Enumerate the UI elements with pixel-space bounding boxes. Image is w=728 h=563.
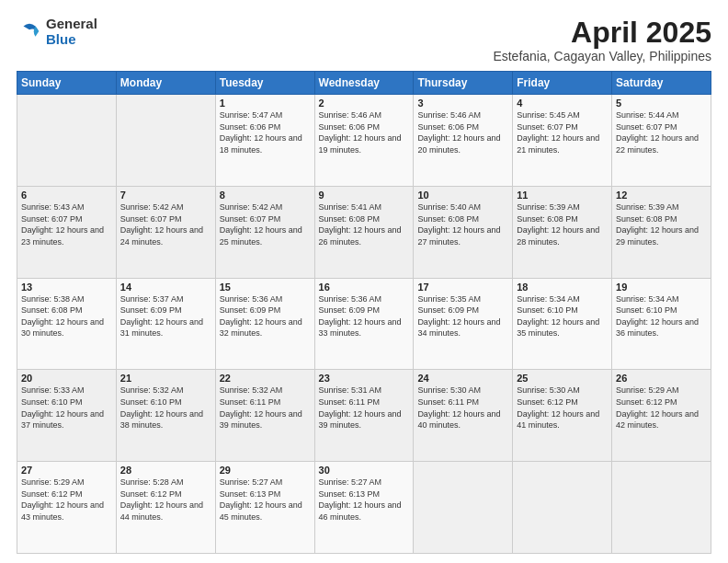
day-info: Sunrise: 5:39 AMSunset: 6:08 PMDaylight:… [616,201,707,247]
calendar-body: 1Sunrise: 5:47 AMSunset: 6:06 PMDaylight… [17,95,711,554]
calendar-cell: 26Sunrise: 5:29 AMSunset: 6:12 PMDayligh… [612,370,711,462]
day-info: Sunrise: 5:30 AMSunset: 6:11 PMDaylight:… [417,385,508,431]
calendar-cell: 17Sunrise: 5:35 AMSunset: 6:09 PMDayligh… [414,278,513,370]
header: General Blue April 2025 Estefania, Cagay… [17,17,711,63]
calendar-cell [17,95,117,187]
calendar-cell: 7Sunrise: 5:42 AMSunset: 6:07 PMDaylight… [116,186,215,278]
logo-blue-text: Blue [46,32,97,48]
day-number: 8 [220,190,311,201]
day-number: 17 [417,282,508,293]
calendar-cell [513,462,612,554]
calendar-cell: 1Sunrise: 5:47 AMSunset: 6:06 PMDaylight… [215,95,314,187]
day-info: Sunrise: 5:32 AMSunset: 6:11 PMDaylight:… [220,385,311,431]
day-number: 7 [120,190,211,201]
calendar-cell: 29Sunrise: 5:27 AMSunset: 6:13 PMDayligh… [215,462,314,554]
calendar-cell: 10Sunrise: 5:40 AMSunset: 6:08 PMDayligh… [414,186,513,278]
calendar-week-3: 13Sunrise: 5:38 AMSunset: 6:08 PMDayligh… [17,278,711,370]
day-number: 21 [120,373,211,384]
day-number: 15 [220,282,311,293]
header-sunday: Sunday [17,72,117,95]
day-info: Sunrise: 5:39 AMSunset: 6:08 PMDaylight:… [517,201,608,247]
day-info: Sunrise: 5:47 AMSunset: 6:06 PMDaylight:… [220,109,311,155]
day-info: Sunrise: 5:30 AMSunset: 6:12 PMDaylight:… [517,385,608,431]
calendar-cell: 15Sunrise: 5:36 AMSunset: 6:09 PMDayligh… [215,278,314,370]
calendar-cell: 27Sunrise: 5:29 AMSunset: 6:12 PMDayligh… [17,462,117,554]
calendar-cell: 2Sunrise: 5:46 AMSunset: 6:06 PMDaylight… [314,95,414,187]
day-info: Sunrise: 5:33 AMSunset: 6:10 PMDaylight:… [21,385,112,431]
header-thursday: Thursday [414,72,513,95]
day-number: 14 [120,282,211,293]
calendar-cell [116,95,215,187]
calendar-cell: 20Sunrise: 5:33 AMSunset: 6:10 PMDayligh… [17,370,117,462]
day-info: Sunrise: 5:36 AMSunset: 6:09 PMDaylight:… [220,293,311,339]
day-info: Sunrise: 5:34 AMSunset: 6:10 PMDaylight:… [616,293,707,339]
calendar-cell: 9Sunrise: 5:41 AMSunset: 6:08 PMDaylight… [314,186,414,278]
calendar-cell: 23Sunrise: 5:31 AMSunset: 6:11 PMDayligh… [314,370,414,462]
day-number: 13 [21,282,112,293]
calendar-cell [612,462,711,554]
day-number: 24 [417,373,508,384]
header-tuesday: Tuesday [215,72,314,95]
title-month: April 2025 [493,17,711,49]
day-number: 30 [319,465,410,476]
header-monday: Monday [116,72,215,95]
day-number: 16 [319,282,410,293]
calendar-cell: 8Sunrise: 5:42 AMSunset: 6:07 PMDaylight… [215,186,314,278]
calendar-cell: 5Sunrise: 5:44 AMSunset: 6:07 PMDaylight… [612,95,711,187]
day-info: Sunrise: 5:46 AMSunset: 6:06 PMDaylight:… [417,109,508,155]
day-info: Sunrise: 5:42 AMSunset: 6:07 PMDaylight:… [220,201,311,247]
calendar-cell: 19Sunrise: 5:34 AMSunset: 6:10 PMDayligh… [612,278,711,370]
header-friday: Friday [513,72,612,95]
day-number: 18 [517,282,608,293]
day-info: Sunrise: 5:29 AMSunset: 6:12 PMDaylight:… [616,385,707,431]
day-number: 1 [220,98,311,109]
day-info: Sunrise: 5:27 AMSunset: 6:13 PMDaylight:… [319,477,410,523]
calendar-cell: 16Sunrise: 5:36 AMSunset: 6:09 PMDayligh… [314,278,414,370]
day-number: 5 [616,98,707,109]
header-wednesday: Wednesday [314,72,414,95]
calendar-cell: 11Sunrise: 5:39 AMSunset: 6:08 PMDayligh… [513,186,612,278]
day-info: Sunrise: 5:45 AMSunset: 6:07 PMDaylight:… [517,109,608,155]
day-info: Sunrise: 5:43 AMSunset: 6:07 PMDaylight:… [21,201,112,247]
day-number: 11 [517,190,608,201]
day-info: Sunrise: 5:40 AMSunset: 6:08 PMDaylight:… [417,201,508,247]
calendar-week-5: 27Sunrise: 5:29 AMSunset: 6:12 PMDayligh… [17,462,711,554]
calendar-cell: 13Sunrise: 5:38 AMSunset: 6:08 PMDayligh… [17,278,117,370]
calendar-cell: 12Sunrise: 5:39 AMSunset: 6:08 PMDayligh… [612,186,711,278]
day-number: 20 [21,373,112,384]
day-number: 29 [220,465,311,476]
day-info: Sunrise: 5:34 AMSunset: 6:10 PMDaylight:… [517,293,608,339]
day-info: Sunrise: 5:27 AMSunset: 6:13 PMDaylight:… [220,477,311,523]
calendar-week-4: 20Sunrise: 5:33 AMSunset: 6:10 PMDayligh… [17,370,711,462]
day-info: Sunrise: 5:37 AMSunset: 6:09 PMDaylight:… [120,293,211,339]
title-location: Estefania, Cagayan Valley, Philippines [493,49,711,63]
logo-general-text: General [46,17,97,32]
calendar-cell: 14Sunrise: 5:37 AMSunset: 6:09 PMDayligh… [116,278,215,370]
calendar-table: Sunday Monday Tuesday Wednesday Thursday… [17,71,711,554]
day-number: 25 [517,373,608,384]
day-info: Sunrise: 5:46 AMSunset: 6:06 PMDaylight:… [319,109,410,155]
day-info: Sunrise: 5:36 AMSunset: 6:09 PMDaylight:… [319,293,410,339]
calendar-week-1: 1Sunrise: 5:47 AMSunset: 6:06 PMDaylight… [17,95,711,187]
day-number: 3 [417,98,508,109]
calendar-cell: 4Sunrise: 5:45 AMSunset: 6:07 PMDaylight… [513,95,612,187]
day-info: Sunrise: 5:29 AMSunset: 6:12 PMDaylight:… [21,477,112,523]
calendar-week-2: 6Sunrise: 5:43 AMSunset: 6:07 PMDaylight… [17,186,711,278]
day-number: 12 [616,190,707,201]
day-number: 19 [616,282,707,293]
calendar-cell: 24Sunrise: 5:30 AMSunset: 6:11 PMDayligh… [414,370,513,462]
calendar-header: Sunday Monday Tuesday Wednesday Thursday… [17,72,711,95]
calendar-cell: 21Sunrise: 5:32 AMSunset: 6:10 PMDayligh… [116,370,215,462]
day-number: 26 [616,373,707,384]
day-number: 28 [120,465,211,476]
day-number: 22 [220,373,311,384]
day-number: 2 [319,98,410,109]
day-info: Sunrise: 5:28 AMSunset: 6:12 PMDaylight:… [120,477,211,523]
day-number: 27 [21,465,112,476]
day-number: 6 [21,190,112,201]
day-number: 23 [319,373,410,384]
day-info: Sunrise: 5:32 AMSunset: 6:10 PMDaylight:… [120,385,211,431]
day-info: Sunrise: 5:41 AMSunset: 6:08 PMDaylight:… [319,201,410,247]
calendar-cell: 6Sunrise: 5:43 AMSunset: 6:07 PMDaylight… [17,186,117,278]
day-info: Sunrise: 5:42 AMSunset: 6:07 PMDaylight:… [120,201,211,247]
